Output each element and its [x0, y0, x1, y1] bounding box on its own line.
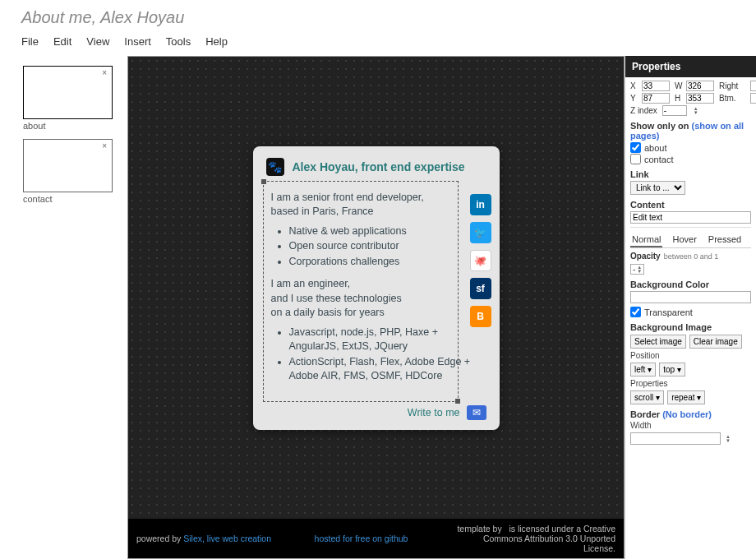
- tab-hover[interactable]: Hover: [671, 233, 698, 247]
- hosted-link[interactable]: hosted for free on github: [315, 534, 408, 543]
- close-icon[interactable]: ×: [102, 141, 107, 150]
- mail-icon[interactable]: ✉: [467, 405, 486, 420]
- link-to-select[interactable]: Link to ...: [630, 181, 685, 195]
- w-label: W: [675, 81, 685, 90]
- twitter-icon[interactable]: 🐦: [470, 222, 491, 243]
- menu-insert[interactable]: Insert: [124, 35, 151, 48]
- content-title: Content: [630, 200, 751, 210]
- btm-input[interactable]: [750, 93, 756, 104]
- page-label: contact: [23, 194, 113, 204]
- para-line: on a daily basis for years: [271, 306, 482, 321]
- selected-text-block[interactable]: I am a senior front end developer, based…: [266, 184, 486, 399]
- right-input[interactable]: [750, 81, 756, 91]
- github-icon[interactable]: 🐙: [470, 250, 491, 271]
- blogger-icon[interactable]: B: [470, 306, 491, 327]
- pos-left-select[interactable]: left ▾: [630, 363, 656, 377]
- edit-text-input[interactable]: [630, 211, 751, 224]
- bgcolor-input[interactable]: [630, 291, 751, 303]
- list-item: Open source contributor: [289, 239, 482, 254]
- link-title: Link: [630, 169, 751, 179]
- h-input[interactable]: [686, 93, 714, 104]
- list-item: Native & web applications: [289, 224, 482, 239]
- y-label: Y: [630, 94, 640, 103]
- zindex-stepper[interactable]: ▲▼: [694, 107, 698, 115]
- social-column: in 🐦 🐙 sf B: [470, 194, 491, 327]
- w-input[interactable]: [686, 81, 714, 91]
- x-input[interactable]: [642, 81, 670, 91]
- canvas: 🐾 Alex Hoyau, front end expertise I am a…: [127, 56, 625, 559]
- zindex-input[interactable]: [662, 105, 687, 116]
- intro-line: based in Paris, France: [271, 205, 482, 219]
- close-icon[interactable]: ×: [102, 68, 107, 77]
- silex-link[interactable]: Silex, live web creation: [183, 534, 271, 543]
- para-line: and I use these technologies: [271, 292, 482, 307]
- chk-about-label: about: [644, 143, 667, 153]
- bgimage-title: Background Image: [630, 322, 751, 332]
- page-thumb-contact[interactable]: ×: [23, 139, 113, 192]
- menubar: File Edit View Insert Tools Help: [0, 30, 756, 56]
- menu-tools[interactable]: Tools: [166, 35, 191, 48]
- tab-normal[interactable]: Normal: [630, 233, 662, 247]
- tab-pressed[interactable]: Pressed: [707, 233, 743, 247]
- select-image-button[interactable]: Select image: [630, 335, 686, 349]
- chk-contact[interactable]: [630, 154, 641, 164]
- bg-props-label: Properties: [630, 379, 751, 388]
- y-input[interactable]: [642, 93, 670, 104]
- list-item: ActionScript, Flash, Flex, Adobe Edge + …: [289, 355, 482, 384]
- list-item: Javascript, node.js, PHP, Haxe + Angular…: [289, 326, 482, 354]
- state-tabs: Normal Hover Pressed: [630, 233, 751, 248]
- menu-file[interactable]: File: [21, 35, 39, 48]
- para-line: I am an engineer,: [271, 277, 482, 292]
- chk-contact-label: contact: [644, 155, 673, 164]
- properties-header: Properties: [625, 56, 756, 77]
- page-label: about: [23, 121, 113, 131]
- content-card[interactable]: 🐾 Alex Hoyau, front end expertise I am a…: [253, 146, 500, 430]
- page-thumb-about[interactable]: ×: [23, 66, 113, 119]
- border-width-input[interactable]: [630, 432, 721, 445]
- list-item: Corporations challenges: [289, 255, 482, 270]
- menu-help[interactable]: Help: [205, 35, 228, 48]
- bgcolor-title: Background Color: [630, 280, 751, 289]
- scroll-select[interactable]: scroll ▾: [630, 390, 664, 404]
- write-to-me-link[interactable]: Write to me: [408, 407, 460, 418]
- show-only-label: Show only on: [630, 121, 689, 131]
- canvas-footer: powered by Silex, live web creation host…: [128, 519, 624, 558]
- border-title: Border: [630, 409, 660, 419]
- right-label: Right: [719, 81, 749, 90]
- position-label: Position: [630, 351, 751, 360]
- zindex-label: Z index: [630, 106, 657, 115]
- paw-icon: 🐾: [266, 158, 284, 176]
- menu-edit[interactable]: Edit: [53, 35, 71, 48]
- btm-label: Btm.: [719, 94, 749, 103]
- pos-top-select[interactable]: top ▾: [659, 363, 685, 377]
- intro-line: I am a senior front end developer,: [271, 191, 482, 206]
- menu-view[interactable]: View: [86, 35, 109, 48]
- opacity-input[interactable]: -▲▼: [630, 264, 644, 275]
- repeat-select[interactable]: repeat ▾: [667, 390, 705, 404]
- properties-panel: Properties X W Right Y H Btm.: [625, 56, 756, 559]
- canvas-frame[interactable]: 🐾 Alex Hoyau, front end expertise I am a…: [127, 56, 625, 559]
- card-title: Alex Hoyau, front end expertise: [293, 160, 465, 173]
- border-width-stepper[interactable]: ▲▼: [726, 435, 731, 443]
- chk-about[interactable]: [630, 142, 641, 153]
- x-label: X: [630, 81, 640, 90]
- chk-transparent[interactable]: [630, 307, 641, 317]
- page-title: About me, Alex Hoyau: [0, 0, 756, 30]
- sourceforge-icon[interactable]: sf: [470, 278, 491, 299]
- transparent-label: Transparent: [644, 307, 693, 317]
- border-width-label: Width: [630, 421, 751, 430]
- opacity-hint: between 0 and 1: [664, 252, 719, 261]
- h-label: H: [675, 94, 685, 103]
- no-border-link[interactable]: (No border): [662, 409, 712, 419]
- clear-image-button[interactable]: Clear image: [689, 335, 742, 349]
- pages-panel: × about × contact: [0, 56, 127, 559]
- linkedin-icon[interactable]: in: [470, 194, 491, 215]
- opacity-label: Opacity: [630, 252, 661, 261]
